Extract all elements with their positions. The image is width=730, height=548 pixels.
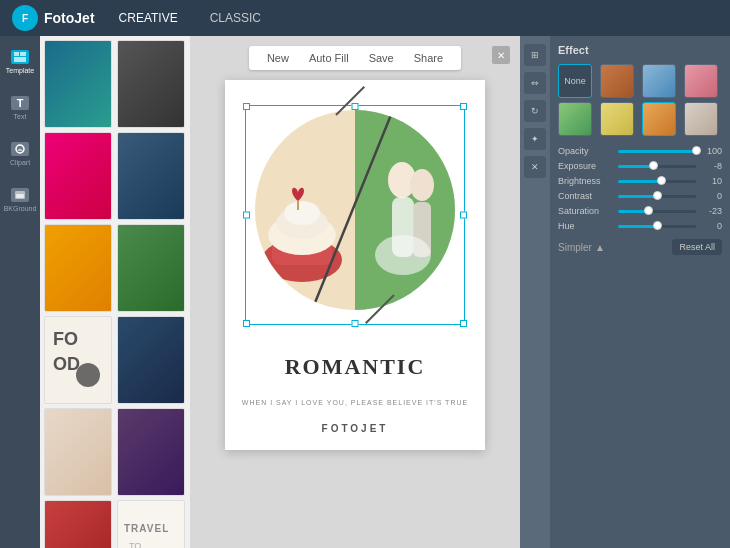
poster-subtitle: WHEN I SAY I LOVE YOU, PLEASE BELIEVE IT… (225, 399, 485, 406)
main-layout: Template T Text Clipart BKGround (0, 36, 730, 548)
slider-label-1: Exposure (558, 161, 614, 171)
move-icon[interactable]: ✦ (524, 128, 546, 150)
poster-title: ROMANTIC (225, 354, 485, 380)
effect-yellow[interactable] (600, 102, 634, 136)
close-button[interactable]: ✕ (492, 46, 510, 64)
sidebar-item-text[interactable]: T Text (4, 92, 36, 124)
slider-dot-2[interactable] (657, 176, 666, 185)
slider-track-5[interactable] (618, 225, 696, 228)
slider-dot-1[interactable] (649, 161, 658, 170)
handle-bl[interactable] (243, 320, 250, 327)
share-button[interactable]: Share (410, 50, 447, 66)
handle-tl[interactable] (243, 103, 250, 110)
sidebar-item-template[interactable]: Template (4, 46, 36, 78)
chevron-up-icon: ▲ (595, 242, 605, 253)
svg-text:TRAVEL: TRAVEL (124, 523, 169, 534)
svg-rect-2 (14, 57, 26, 62)
slider-value-2: 10 (700, 176, 722, 186)
slider-track-0[interactable] (618, 150, 696, 153)
handle-br[interactable] (460, 320, 467, 327)
slider-dot-0[interactable] (692, 146, 701, 155)
slider-fill-0 (618, 150, 696, 153)
slider-value-5: 0 (700, 221, 722, 231)
effect-orange[interactable] (642, 102, 676, 136)
template-thumb-7[interactable]: FOOD (44, 316, 112, 404)
svg-text:TO: TO (129, 541, 141, 548)
slider-row-opacity: Opacity 100 (558, 146, 722, 156)
effect-panel: Effect None Opacity 100 Exposure -8 Brig… (550, 36, 730, 548)
header: F FotoJet CREATIVE CLASSIC (0, 0, 730, 36)
svg-point-26 (410, 169, 434, 201)
svg-point-29 (375, 235, 431, 275)
template-thumb-8[interactable] (117, 316, 185, 404)
slider-fill-1 (618, 165, 653, 168)
background-label: BKGround (4, 205, 37, 212)
simpler-button[interactable]: Simpler ▲ (558, 242, 605, 253)
crop-icon[interactable]: ⊞ (524, 44, 546, 66)
slider-dot-3[interactable] (653, 191, 662, 200)
svg-point-8 (76, 363, 100, 387)
svg-rect-1 (20, 52, 26, 56)
slider-label-2: Brightness (558, 176, 614, 186)
effect-green[interactable] (558, 102, 592, 136)
sliders-container: Opacity 100 Exposure -8 Brightness 10 Co… (558, 146, 722, 231)
reset-all-button[interactable]: Reset All (672, 239, 722, 255)
slider-track-3[interactable] (618, 195, 696, 198)
effect-pink[interactable] (684, 64, 718, 98)
delete-icon[interactable]: ✕ (524, 156, 546, 178)
svg-rect-0 (14, 52, 19, 56)
svg-rect-5 (16, 194, 24, 198)
nav-classic[interactable]: CLASSIC (202, 7, 269, 29)
logo-area: F FotoJet (12, 5, 95, 31)
template-thumb-2[interactable] (117, 40, 185, 128)
template-thumb-5[interactable] (44, 224, 112, 312)
template-thumb-1[interactable] (44, 40, 112, 128)
effect-thumbnails: None (558, 64, 722, 136)
autofill-button[interactable]: Auto Fill (305, 50, 353, 66)
slider-dot-5[interactable] (653, 221, 662, 230)
effect-panel-title: Effect (558, 44, 722, 56)
slider-value-3: 0 (700, 191, 722, 201)
simpler-label: Simpler (558, 242, 592, 253)
template-thumb-10[interactable] (117, 408, 185, 496)
handle-l[interactable] (243, 212, 250, 219)
nav-creative[interactable]: CREATIVE (111, 7, 186, 29)
template-thumb-4[interactable] (117, 132, 185, 220)
effect-vintage[interactable] (684, 102, 718, 136)
template-thumb-12[interactable]: TRAVELTOPLAY (117, 500, 185, 548)
template-thumb-6[interactable] (117, 224, 185, 312)
flip-icon[interactable]: ⇔ (524, 72, 546, 94)
slider-value-4: -23 (700, 206, 722, 216)
slider-fill-5 (618, 225, 657, 228)
slider-track-4[interactable] (618, 210, 696, 213)
template-thumb-3[interactable] (44, 132, 112, 220)
template-thumb-9[interactable] (44, 408, 112, 496)
slider-track-1[interactable] (618, 165, 696, 168)
new-button[interactable]: New (263, 50, 293, 66)
slider-dot-4[interactable] (644, 206, 653, 215)
slider-row-exposure: Exposure -8 (558, 161, 722, 171)
background-icon (11, 188, 29, 202)
slider-track-2[interactable] (618, 180, 696, 183)
sidebar-item-clipart[interactable]: Clipart (4, 138, 36, 170)
bottom-row: Simpler ▲ Reset All (558, 239, 722, 255)
slider-value-0: 100 (700, 146, 722, 156)
slider-row-contrast: Contrast 0 (558, 191, 722, 201)
slider-label-0: Opacity (558, 146, 614, 156)
slider-label-3: Contrast (558, 191, 614, 201)
save-button[interactable]: Save (365, 50, 398, 66)
circle-image-svg (250, 105, 460, 315)
handle-b[interactable] (352, 320, 359, 327)
effect-none[interactable]: None (558, 64, 592, 98)
effect-cool[interactable] (642, 64, 676, 98)
slider-fill-2 (618, 180, 661, 183)
handle-r[interactable] (460, 212, 467, 219)
handle-tr[interactable] (460, 103, 467, 110)
slider-label-5: Hue (558, 221, 614, 231)
rotate-icon[interactable]: ↻ (524, 100, 546, 122)
sidebar-item-background[interactable]: BKGround (4, 184, 36, 216)
circle-image-container[interactable] (250, 100, 460, 310)
effect-warm[interactable] (600, 64, 634, 98)
svg-text:FO: FO (53, 329, 78, 349)
template-thumb-11[interactable] (44, 500, 112, 548)
